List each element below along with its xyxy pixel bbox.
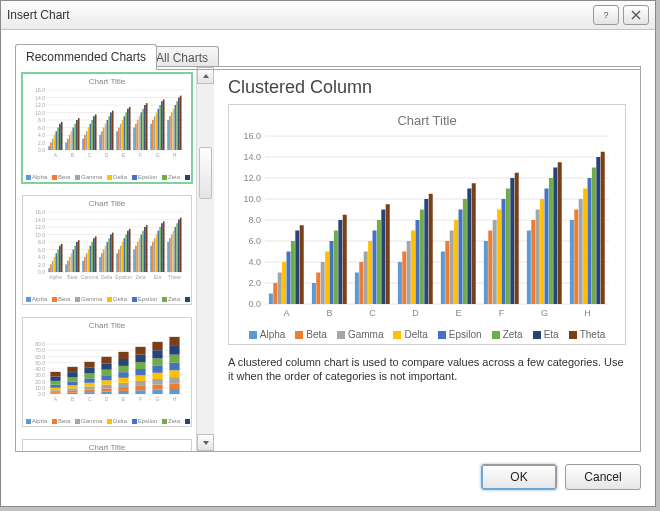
svg-rect-374	[273, 283, 277, 304]
svg-rect-378	[291, 241, 295, 304]
svg-text:2.0: 2.0	[38, 140, 45, 146]
svg-rect-251	[135, 347, 145, 355]
svg-rect-222	[84, 373, 94, 378]
content-panel: Chart Title 0.02.04.06.08.010.012.014.01…	[15, 66, 641, 452]
svg-rect-238	[118, 378, 128, 383]
svg-rect-67	[139, 116, 141, 150]
svg-rect-224	[84, 362, 94, 368]
svg-text:E: E	[122, 152, 126, 158]
svg-text:0.0: 0.0	[38, 269, 45, 275]
chart-legend: AlphaBetaGammaDeltaEpsilonZetaEtaTheta	[235, 329, 619, 340]
chart-title: Chart Title	[235, 113, 619, 128]
svg-rect-178	[178, 220, 180, 273]
close-button[interactable]	[623, 5, 649, 25]
svg-rect-138	[103, 250, 105, 273]
svg-rect-156	[137, 242, 139, 272]
svg-text:80.0: 80.0	[35, 341, 45, 347]
svg-text:F: F	[139, 152, 142, 158]
chart-thumbnail[interactable]: Chart Title 0.02.04.06.08.010.012.014.01…	[22, 195, 192, 305]
tab-recommended[interactable]: Recommended Charts	[15, 44, 157, 69]
svg-rect-434	[558, 162, 562, 304]
svg-text:G: G	[156, 396, 160, 402]
scroll-thumb[interactable]	[199, 147, 212, 199]
svg-rect-41	[90, 124, 92, 150]
svg-rect-382	[312, 283, 316, 304]
svg-text:6.0: 6.0	[248, 236, 261, 246]
svg-rect-52	[110, 113, 112, 151]
svg-text:H: H	[584, 308, 591, 318]
svg-rect-412	[454, 220, 458, 304]
help-button[interactable]: ?	[593, 5, 619, 25]
svg-text:4.0: 4.0	[38, 254, 45, 260]
svg-rect-69	[142, 109, 144, 150]
svg-text:?: ?	[603, 10, 608, 20]
svg-rect-124	[76, 242, 78, 272]
svg-rect-211	[67, 385, 77, 388]
svg-rect-155	[135, 246, 137, 272]
thumb-title: Chart Title	[23, 321, 191, 330]
svg-text:A: A	[283, 308, 289, 318]
svg-rect-259	[152, 350, 162, 358]
svg-rect-209	[67, 391, 77, 393]
svg-text:8.0: 8.0	[38, 117, 45, 123]
chart-thumbnail[interactable]: Chart Title 0.010.020.030.040.050.060.07…	[22, 317, 192, 427]
svg-rect-230	[101, 375, 111, 380]
svg-rect-77	[158, 109, 160, 150]
svg-text:16.0: 16.0	[35, 210, 45, 215]
cancel-button[interactable]: Cancel	[565, 464, 641, 490]
chart-preview: Chart Title 0.02.04.06.08.010.012.014.01…	[228, 104, 626, 345]
svg-rect-385	[325, 252, 329, 305]
svg-rect-217	[84, 392, 94, 394]
svg-rect-44	[95, 114, 97, 150]
svg-rect-263	[169, 383, 179, 389]
svg-text:70.0: 70.0	[35, 347, 45, 353]
svg-rect-50	[107, 120, 109, 150]
svg-rect-79	[161, 101, 163, 150]
svg-text:2.0: 2.0	[248, 278, 261, 288]
svg-rect-421	[497, 210, 501, 305]
svg-rect-55	[116, 131, 118, 150]
svg-rect-375	[278, 273, 282, 305]
svg-rect-40	[88, 128, 90, 151]
svg-rect-213	[67, 377, 77, 381]
svg-rect-66	[137, 120, 139, 150]
svg-rect-221	[84, 378, 94, 382]
chart-thumbnail[interactable]: Chart Title 0.02.04.06.08.010.012.014.01…	[22, 73, 192, 183]
svg-rect-215	[67, 367, 77, 372]
svg-rect-21	[52, 139, 54, 150]
svg-rect-134	[95, 236, 97, 272]
chart-thumbnail[interactable]: Chart Title 0.020.040.060.080.0100.0ABCD…	[22, 439, 192, 451]
tab-label: All Charts	[156, 51, 208, 65]
svg-rect-73	[150, 124, 152, 150]
svg-rect-19	[48, 146, 50, 150]
svg-rect-250	[135, 355, 145, 362]
chart-preview-pane: Clustered Column Chart Title 0.02.04.06.…	[214, 67, 640, 451]
titlebar: Insert Chart ?	[1, 1, 655, 30]
svg-rect-57	[120, 124, 122, 150]
scroll-down-button[interactable]	[197, 434, 214, 451]
svg-rect-109	[48, 268, 50, 272]
ok-button[interactable]: OK	[481, 464, 557, 490]
svg-rect-431	[545, 189, 549, 305]
svg-rect-240	[118, 366, 128, 372]
svg-rect-112	[54, 257, 56, 272]
svg-rect-42	[91, 120, 93, 150]
svg-text:H: H	[173, 396, 177, 402]
svg-rect-427	[527, 231, 531, 305]
svg-rect-53	[112, 111, 114, 150]
svg-rect-28	[65, 143, 67, 151]
svg-rect-411	[450, 231, 454, 305]
svg-text:Epsilon: Epsilon	[115, 274, 132, 280]
svg-rect-388	[338, 220, 342, 304]
thumbnail-scrollbar[interactable]	[196, 67, 214, 451]
svg-rect-242	[118, 352, 128, 359]
svg-rect-200	[50, 392, 60, 393]
svg-text:0.0: 0.0	[248, 299, 261, 309]
svg-rect-158	[141, 235, 143, 273]
svg-rect-204	[50, 381, 60, 385]
dialog-title: Insert Chart	[7, 8, 589, 22]
svg-rect-129	[86, 253, 88, 272]
svg-text:10.0: 10.0	[35, 385, 45, 391]
svg-rect-137	[101, 253, 103, 272]
svg-rect-418	[484, 241, 488, 304]
